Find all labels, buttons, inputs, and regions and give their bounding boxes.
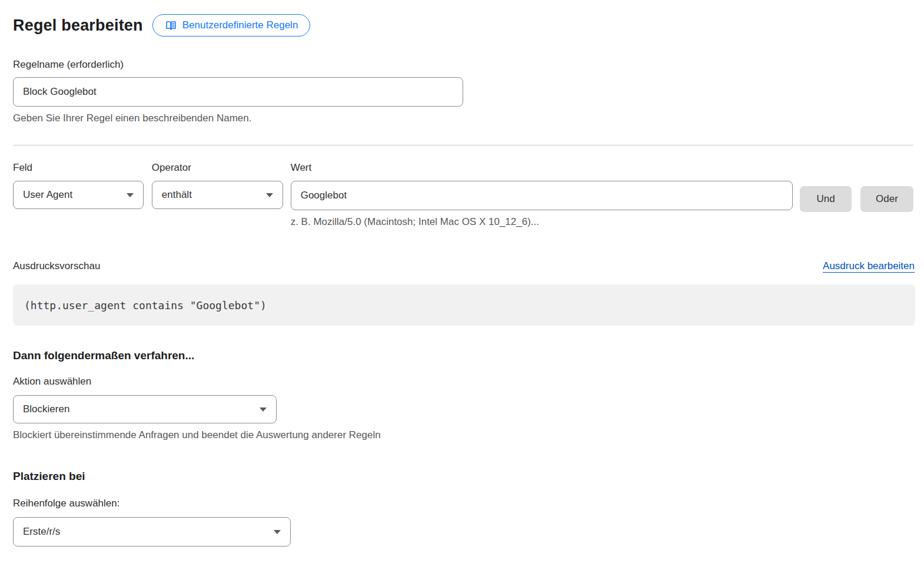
- custom-rules-docs-button[interactable]: Benutzerdefinierte Regeln: [152, 14, 311, 37]
- order-dropdown[interactable]: Erste/r/s: [13, 517, 291, 547]
- edit-expression-link[interactable]: Ausdruck bearbeiten: [823, 260, 915, 272]
- action-heading: Dann folgendermaßen verfahren...: [13, 349, 913, 362]
- field-label: Feld: [13, 162, 144, 174]
- value-input[interactable]: [291, 181, 793, 210]
- custom-rules-docs-label: Benutzerdefinierte Regeln: [182, 19, 298, 31]
- field-dropdown[interactable]: User Agent: [13, 181, 144, 209]
- rule-name-section: Regelname (erforderlich) Geben Sie Ihrer…: [13, 59, 913, 124]
- action-dropdown-value: Blockieren: [23, 403, 69, 415]
- edit-rule-page: Regel bearbeiten Benutzerdefinierte Rege…: [0, 0, 924, 547]
- placement-heading: Platzieren bei: [13, 470, 913, 483]
- open-book-icon: [165, 19, 177, 32]
- order-select-label: Reihenfolge auswählen:: [13, 498, 913, 509]
- expression-code: (http.user_agent contains "Googlebot"): [24, 299, 267, 312]
- operator-dropdown[interactable]: enthält: [152, 181, 283, 209]
- action-select-label: Aktion auswählen: [13, 376, 913, 388]
- expression-header: Ausdrucksvorschau Ausdruck bearbeiten: [13, 260, 915, 272]
- value-help: z. B. Mozilla/5.0 (Macintosh; Intel Mac …: [291, 216, 793, 228]
- action-help: Blockiert übereinstimmende Anfragen und …: [13, 429, 913, 441]
- rule-name-label: Regelname (erforderlich): [13, 59, 913, 71]
- operator-dropdown-value: enthält: [162, 189, 192, 201]
- condition-operator-column: Operator enthält: [152, 162, 283, 209]
- caret-down-icon: [127, 193, 134, 197]
- condition-field-column: Feld User Agent: [13, 162, 144, 209]
- rule-name-input[interactable]: [13, 77, 463, 107]
- spacer: [860, 162, 913, 186]
- action-dropdown[interactable]: Blockieren: [13, 395, 277, 423]
- or-button[interactable]: Oder: [860, 186, 913, 212]
- action-section: Dann folgendermaßen verfahren... Aktion …: [13, 349, 913, 441]
- and-button[interactable]: Und: [800, 186, 852, 212]
- page-title: Regel bearbeiten: [13, 16, 143, 35]
- field-dropdown-value: User Agent: [23, 189, 72, 201]
- page-header: Regel bearbeiten Benutzerdefinierte Rege…: [13, 14, 913, 37]
- expression-preview-box: (http.user_agent contains "Googlebot"): [13, 284, 915, 326]
- order-dropdown-value: Erste/r/s: [23, 526, 60, 538]
- value-label: Wert: [291, 162, 793, 174]
- expression-preview-label: Ausdrucksvorschau: [13, 260, 100, 272]
- condition-and-column: Und: [800, 162, 852, 212]
- condition-or-column: Oder: [860, 162, 913, 212]
- operator-label: Operator: [152, 162, 283, 174]
- caret-down-icon: [274, 530, 281, 534]
- caret-down-icon: [260, 408, 267, 412]
- rule-name-help: Geben Sie Ihrer Regel einen beschreibend…: [13, 112, 913, 124]
- spacer: [800, 162, 852, 186]
- condition-builder-row: Feld User Agent Operator enthält Wert z.…: [13, 162, 913, 228]
- section-divider: [13, 145, 913, 145]
- placement-section: Platzieren bei Reihenfolge auswählen: Er…: [13, 470, 913, 547]
- condition-value-column: Wert z. B. Mozilla/5.0 (Macintosh; Intel…: [291, 162, 793, 228]
- caret-down-icon: [266, 193, 273, 197]
